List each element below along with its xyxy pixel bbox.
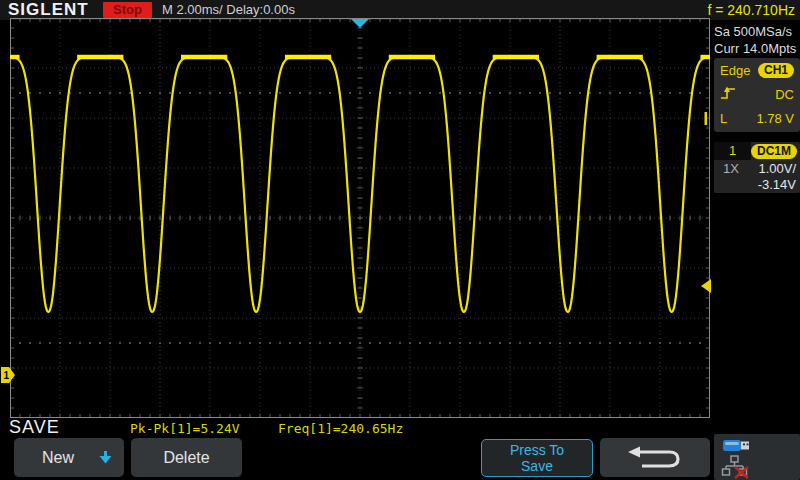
channel-coupling-badge: DC1M <box>751 144 797 159</box>
channel-scale: 1.00V/ <box>758 161 796 176</box>
delete-button-label: Delete <box>163 449 209 467</box>
sample-rate-readout: Sa 500MSa/s <box>714 24 792 39</box>
back-button[interactable] <box>600 438 710 477</box>
memory-depth-readout: Curr 14.0Mpts <box>714 41 796 56</box>
lan-icon <box>721 455 751 479</box>
usb-icon <box>722 438 752 453</box>
measurement-freq: Freq[1]=240.65Hz <box>278 421 403 436</box>
trigger-source-badge: CH1 <box>758 63 794 78</box>
measurement-pkpk: Pk-Pk[1]=5.24V <box>130 421 240 436</box>
trigger-level-marker[interactable] <box>701 279 711 293</box>
channel-position-marker-label: 1 <box>4 370 10 381</box>
press-to-save-line2: Save <box>521 458 553 474</box>
probe-attenuation: 1X <box>718 161 739 176</box>
channel-number: 1 <box>714 142 751 160</box>
press-to-save-line1: Press To <box>510 442 564 458</box>
trigger-level-value: 1.78 V <box>756 111 794 126</box>
delete-button[interactable]: Delete <box>131 438 242 477</box>
sidebar-accent-tick <box>705 112 708 125</box>
menu-title: SAVE <box>9 417 60 438</box>
trigger-panel[interactable]: Edge CH1 DC L 1.78 V <box>714 58 800 132</box>
rising-edge-icon <box>720 85 736 104</box>
press-to-save-button[interactable]: Press To Save <box>481 439 593 477</box>
waveform-display: 1 <box>0 0 800 480</box>
dropdown-arrow-icon <box>99 451 112 464</box>
oscilloscope-screen: SIGLENT Stop M 2.00ms/ Delay:0.00s f = 2… <box>0 0 800 480</box>
channel-panel[interactable]: 1 DC1M 1X 1.00V/ -3.14V <box>714 142 800 193</box>
trigger-level-label: L <box>720 111 727 126</box>
new-button-label: New <box>42 449 74 467</box>
trigger-coupling-label: DC <box>775 87 794 102</box>
status-icon-panel <box>714 434 800 480</box>
channel-offset: -3.14V <box>758 177 796 192</box>
ch1-trace <box>10 57 710 312</box>
new-button[interactable]: New <box>14 438 124 477</box>
trigger-type-label: Edge <box>720 63 750 78</box>
graticule <box>10 18 710 418</box>
trigger-position-marker[interactable] <box>351 19 369 28</box>
return-arrow-icon <box>625 444 685 472</box>
